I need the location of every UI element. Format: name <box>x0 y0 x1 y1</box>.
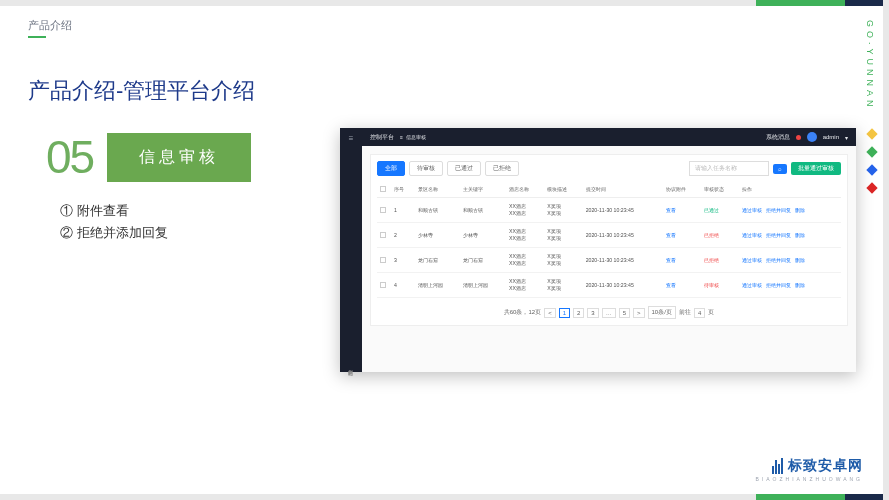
cell-index: 4 <box>391 273 415 298</box>
col-keyword: 主关键字 <box>460 182 506 198</box>
pager-next[interactable]: > <box>633 308 645 318</box>
col-scenic: 景区名称 <box>415 182 461 198</box>
cell-scenic: 少林寺 <box>415 223 461 248</box>
pager-goto-input[interactable]: 4 <box>694 308 705 318</box>
breadcrumb: ≡ 信息审核 <box>400 134 426 140</box>
table-row: 2少林寺少林寺XX酒店XX酒店X奖项X奖项2020-11-30 10:23:45… <box>377 223 841 248</box>
notification-dot-icon[interactable] <box>796 135 801 140</box>
pager-5[interactable]: 5 <box>619 308 630 318</box>
col-time: 提交时间 <box>583 182 663 198</box>
app-screenshot: ≡ 收起侧栏 控制平台 ≡ 信息审核 系统消息 admin ▾ <box>340 128 856 372</box>
slide-tag: 产品介绍 <box>28 18 72 33</box>
row-checkbox[interactable] <box>380 232 386 238</box>
cell-time: 2020-11-30 10:23:45 <box>583 198 663 223</box>
tab-pending[interactable]: 待审核 <box>409 161 443 176</box>
breadcrumb-icon: ≡ <box>400 134 403 140</box>
logo-icon <box>772 458 783 474</box>
delete-link[interactable]: 删除 <box>795 282 805 289</box>
pagination: 共60条，12页 < 1 2 3 … 5 > 10条/页 前往 4 页 <box>377 306 841 319</box>
approve-link[interactable]: 通过审核 <box>742 207 762 214</box>
slide-border-right <box>883 0 889 500</box>
cell-keyword: 清明上河园 <box>460 273 506 298</box>
review-table: 序号 景区名称 主关键字 酒店名称 模块描述 提交时间 协议附件 审核状态 操作… <box>377 182 841 298</box>
app-sidebar: ≡ 收起侧栏 <box>340 128 362 372</box>
pager-1[interactable]: 1 <box>559 308 570 318</box>
section-number: 05 <box>46 130 93 184</box>
bullet-list: ① 附件查看 ② 拒绝并添加回复 <box>60 200 168 244</box>
cell-scenic: 龙门石窟 <box>415 248 461 273</box>
pager-prev[interactable]: < <box>544 308 556 318</box>
attachment-link[interactable]: 查看 <box>666 282 676 288</box>
cell-time: 2020-11-30 10:23:45 <box>583 223 663 248</box>
cell-hotel: XX酒店XX酒店 <box>506 198 544 223</box>
slide-border-bottom <box>0 494 889 500</box>
tab-all[interactable]: 全部 <box>377 161 405 176</box>
delete-link[interactable]: 删除 <box>795 207 805 214</box>
delete-link[interactable]: 删除 <box>795 232 805 239</box>
cell-keyword: 龙门石窟 <box>460 248 506 273</box>
tab-rejected[interactable]: 已拒绝 <box>485 161 519 176</box>
pager-total: 共60条，12页 <box>504 308 541 317</box>
reject-link[interactable]: 拒绝并回复 <box>766 207 791 214</box>
col-desc: 模块描述 <box>544 182 582 198</box>
cell-keyword: 少林寺 <box>460 223 506 248</box>
reject-link[interactable]: 拒绝并回复 <box>766 282 791 289</box>
approve-link[interactable]: 通过审核 <box>742 232 762 239</box>
reject-link[interactable]: 拒绝并回复 <box>766 257 791 264</box>
content-panel: 全部 待审核 已通过 已拒绝 请输入任务名称 ⌕ 批量通过审核 序号 <box>370 154 848 326</box>
vertical-brand: GO·YUNNAN <box>865 20 875 111</box>
cell-time: 2020-11-30 10:23:45 <box>583 248 663 273</box>
batch-approve-button[interactable]: 批量通过审核 <box>791 162 841 175</box>
table-row: 4清明上河园清明上河园XX酒店XX酒店X奖项X奖项2020-11-30 10:2… <box>377 273 841 298</box>
breadcrumb-text: 信息审核 <box>406 134 426 140</box>
brand-logo: 标致安卓网 BIAOZHIANZHUOWANG <box>756 457 863 482</box>
attachment-link[interactable]: 查看 <box>666 207 676 213</box>
system-message[interactable]: 系统消息 <box>766 133 790 142</box>
table-row: 1和顺古镇和顺古镇XX酒店XX酒店X奖项X奖项2020-11-30 10:23:… <box>377 198 841 223</box>
section-badge: 信息审核 <box>107 133 251 182</box>
approve-link[interactable]: 通过审核 <box>742 257 762 264</box>
approve-link[interactable]: 通过审核 <box>742 282 762 289</box>
col-ops: 操作 <box>739 182 841 198</box>
avatar[interactable] <box>807 132 817 142</box>
menu-icon[interactable]: ≡ <box>349 134 354 143</box>
username[interactable]: admin <box>823 134 839 140</box>
pager-3[interactable]: 3 <box>587 308 598 318</box>
chevron-down-icon[interactable]: ▾ <box>845 134 848 141</box>
col-index: 序号 <box>391 182 415 198</box>
row-checkbox[interactable] <box>380 257 386 263</box>
status-badge: 已通过 <box>704 207 719 213</box>
col-attachment: 协议附件 <box>663 182 701 198</box>
col-hotel: 酒店名称 <box>506 182 544 198</box>
reject-link[interactable]: 拒绝并回复 <box>766 232 791 239</box>
cell-scenic: 和顺古镇 <box>415 198 461 223</box>
tab-passed[interactable]: 已通过 <box>447 161 481 176</box>
status-badge: 已拒绝 <box>704 257 719 263</box>
attachment-link[interactable]: 查看 <box>666 257 676 263</box>
cell-scenic: 清明上河园 <box>415 273 461 298</box>
cell-hotel: XX酒店XX酒店 <box>506 273 544 298</box>
cell-time: 2020-11-30 10:23:45 <box>583 273 663 298</box>
delete-link[interactable]: 删除 <box>795 257 805 264</box>
pager-2[interactable]: 2 <box>573 308 584 318</box>
section-header: 05 信息审核 <box>46 130 251 184</box>
cell-index: 1 <box>391 198 415 223</box>
cell-hotel: XX酒店XX酒店 <box>506 223 544 248</box>
cell-keyword: 和顺古镇 <box>460 198 506 223</box>
attachment-link[interactable]: 查看 <box>666 232 676 238</box>
row-checkbox[interactable] <box>380 207 386 213</box>
pager-size[interactable]: 10条/页 <box>648 306 676 319</box>
slide-border-top <box>0 0 889 6</box>
row-checkbox[interactable] <box>380 282 386 288</box>
app-topbar: 控制平台 ≡ 信息审核 系统消息 admin ▾ <box>362 128 856 146</box>
platform-title: 控制平台 <box>370 133 394 142</box>
col-status: 审核状态 <box>701 182 739 198</box>
cell-index: 3 <box>391 248 415 273</box>
filter-tabs: 全部 待审核 已通过 已拒绝 <box>377 161 519 176</box>
search-input[interactable]: 请输入任务名称 <box>689 161 769 176</box>
table-row: 3龙门石窟龙门石窟XX酒店XX酒店X奖项X奖项2020-11-30 10:23:… <box>377 248 841 273</box>
checkbox-all[interactable] <box>380 186 386 192</box>
search-button[interactable]: ⌕ <box>773 164 787 174</box>
decor-diamonds <box>868 130 876 192</box>
cell-desc: X奖项X奖项 <box>544 273 582 298</box>
